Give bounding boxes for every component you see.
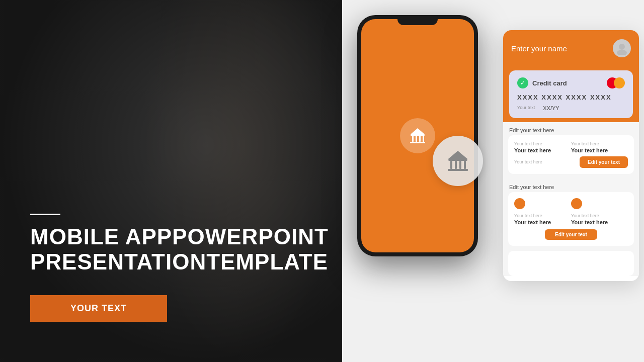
left-panel: MOBILE APPPOWERPOINT PRESENTATIONTEMPLAT… [0, 0, 342, 362]
svg-rect-3 [419, 136, 421, 142]
svg-rect-8 [450, 161, 452, 169]
card-type-label: Credit card [532, 79, 607, 87]
section2-card: Your text here Your text here Your text … [508, 192, 634, 246]
bottom-card [508, 251, 634, 276]
app-header: Enter your name [503, 30, 639, 66]
app-header-title: Enter your name [511, 44, 567, 53]
s2-main-2: Your text here [571, 219, 628, 225]
circle-icon-2 [571, 198, 582, 209]
card-your-text: Your text [517, 105, 535, 110]
info-cell-2: Your text here Your text here [571, 141, 628, 153]
phone-bank-icon [400, 118, 435, 153]
s2-text-cell-1: Your text here Your text here [514, 213, 571, 225]
edit-button-2[interactable]: Edit your text [545, 229, 597, 240]
card-top-row: ✓ Credit card [517, 77, 625, 88]
s2-main-1: Your text here [514, 219, 571, 225]
s2-row [514, 198, 628, 209]
svg-rect-10 [459, 161, 461, 169]
card-label-text: Your text [517, 105, 535, 111]
bank-circle-overlay [433, 136, 483, 186]
svg-rect-9 [455, 161, 457, 169]
svg-marker-13 [448, 151, 467, 159]
svg-rect-4 [423, 136, 424, 142]
left-content: MOBILE APPPOWERPOINT PRESENTATIONTEMPLAT… [30, 214, 342, 322]
card-expiry-value: XX/YY [543, 105, 559, 111]
info-sub-2: Your text here [571, 141, 628, 146]
credit-card-container: ✓ Credit card XXXX XXXX XXXX XXXX Your t… [503, 66, 639, 122]
edit-button-1[interactable]: Edit your text [580, 156, 628, 168]
app-content: Edit your text here Your text here Your … [503, 122, 639, 276]
info-row-1: Your text here Your text here Your text … [514, 141, 628, 153]
phone-notch [397, 15, 438, 25]
right-panel: Enter your name ✓ Credit card [342, 0, 644, 362]
info-sub-3: Your text here [514, 159, 542, 164]
section2-label: Edit your text here [503, 179, 639, 192]
svg-rect-12 [448, 169, 468, 171]
card-check-icon: ✓ [517, 77, 528, 88]
svg-rect-11 [464, 161, 466, 169]
info-card-1: Your text here Your text here Your text … [508, 135, 634, 174]
card-number: XXXX XXXX XXXX XXXX [517, 94, 625, 101]
title-line2: PRESENTATIONTEMPLATE [30, 249, 328, 274]
info-main-2: Your text here [571, 147, 628, 153]
info-row-2: Your text here Edit your text [514, 156, 628, 168]
svg-point-15 [617, 50, 627, 55]
info-cell-1: Your text here Your text here [514, 141, 571, 153]
svg-rect-1 [412, 136, 414, 142]
svg-rect-7 [448, 159, 467, 161]
s2-row-text: Your text here Your text here Your text … [514, 213, 628, 225]
mc-orange-circle [614, 77, 625, 88]
svg-rect-0 [411, 134, 425, 136]
title-decoration [30, 214, 60, 215]
card-bottom: Your text XX/YY [517, 105, 625, 111]
info-main-1: Your text here [514, 147, 571, 153]
mastercard-logo [607, 77, 625, 88]
svg-rect-5 [410, 142, 425, 143]
s2-cell-1 [514, 198, 571, 209]
app-avatar [613, 39, 631, 57]
app-panel: Enter your name ✓ Credit card [503, 30, 639, 281]
credit-card: ✓ Credit card XXXX XXXX XXXX XXXX Your t… [509, 70, 633, 118]
main-title: MOBILE APPPOWERPOINT PRESENTATIONTEMPLAT… [30, 224, 342, 275]
s2-cell-2 [571, 198, 628, 209]
s2-btn-container: Edit your text [514, 229, 628, 240]
info-sub-1: Your text here [514, 141, 571, 146]
svg-rect-2 [416, 136, 417, 142]
section1-label: Edit your text here [503, 122, 639, 135]
card-expiry: XX/YY [543, 105, 559, 111]
svg-point-14 [619, 44, 625, 50]
s2-text-cell-2: Your text here Your text here [571, 213, 628, 225]
s2-sub-2: Your text here [571, 213, 628, 218]
circle-icon-1 [514, 198, 525, 209]
s2-sub-1: Your text here [514, 213, 571, 218]
svg-marker-6 [411, 128, 425, 134]
cta-button[interactable]: Your text [30, 295, 167, 322]
title-line1: MOBILE APPPOWERPOINT [30, 224, 329, 249]
